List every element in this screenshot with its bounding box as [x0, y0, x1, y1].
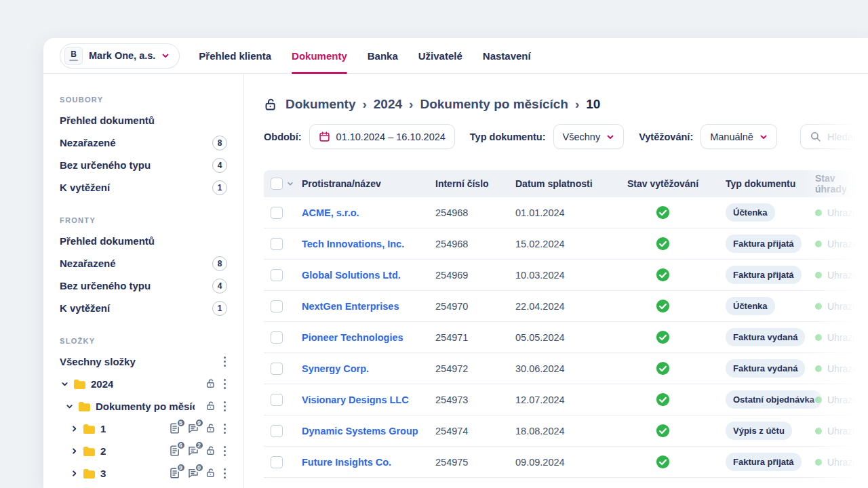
breadcrumb-item[interactable]: Dokumenty	[285, 97, 355, 112]
breadcrumb-item[interactable]: 2024	[374, 97, 402, 112]
sidebar-item[interactable]: K vytěžení 1	[60, 297, 227, 319]
nav-tab-dokumenty[interactable]: Dokumenty	[292, 38, 347, 73]
select-all-checkbox[interactable]	[271, 178, 283, 190]
comment-count-icon[interactable]: 2	[187, 445, 199, 457]
sidebar-item[interactable]: Přehled dokumentů	[60, 109, 227, 131]
extraction-value: Manuálně	[710, 131, 753, 142]
internal-number: 254970	[435, 301, 515, 312]
app-window: B Mark One, a.s. Přehled klienta Dokumen…	[43, 38, 868, 488]
sidebar-item[interactable]: K vytěžení 1	[60, 176, 227, 199]
row-checkbox[interactable]	[271, 331, 283, 344]
table-row[interactable]: Visionary Designs LLC 254973 12.07.2024 …	[264, 384, 867, 415]
folder-row-1[interactable]: 1 5 9	[60, 418, 227, 440]
sidebar-item-label: Přehled dokumentů	[60, 115, 155, 126]
column-header-payment-status[interactable]: Stav úhrady	[815, 173, 867, 195]
kebab-menu-icon[interactable]	[222, 467, 227, 480]
folder-row-3[interactable]: 3 9 0	[60, 462, 227, 485]
document-link[interactable]: Visionary Designs LLC	[302, 394, 409, 405]
payment-status-text: Uhrazeno	[827, 270, 868, 281]
column-header-name[interactable]: Protistrana/název	[302, 178, 435, 189]
kebab-menu-icon[interactable]	[222, 378, 227, 390]
payment-status-dot	[815, 272, 822, 279]
folder-row-2024[interactable]: 2024	[60, 373, 227, 395]
kebab-menu-icon[interactable]	[222, 445, 227, 458]
chevron-right-icon[interactable]	[71, 447, 78, 455]
all-folders-label: Všechny složky	[60, 356, 136, 367]
row-checkbox[interactable]	[271, 363, 283, 375]
period-label: Období:	[264, 131, 302, 142]
table-row[interactable]: ACME, s.r.o. 254968 01.01.2024 Účtenka	[264, 197, 867, 228]
document-link[interactable]: Global Solutions Ltd.	[302, 270, 401, 281]
unlock-icon[interactable]	[205, 378, 216, 389]
chevron-down-icon[interactable]	[66, 403, 73, 410]
all-folders-item[interactable]: Všechny složky	[60, 350, 227, 373]
date-range-picker[interactable]: 01.10.2024 – 16.10.2024	[309, 124, 455, 149]
document-link[interactable]: Dynamic Systems Group	[302, 426, 418, 436]
nav-tab-banka[interactable]: Banka	[368, 38, 398, 73]
nav-tab-uzivatele[interactable]: Uživatelé	[418, 38, 462, 73]
document-link[interactable]: Pioneer Technologies	[302, 332, 403, 343]
table-row[interactable]: NextGen Enterprises 254970 22.04.2024 Úč…	[264, 291, 867, 322]
column-header-extraction-status[interactable]: Stav vytěžování	[627, 178, 726, 189]
sidebar-item[interactable]: Bez určeného typu 4	[60, 154, 227, 176]
table-row[interactable]: Future Insights Co. 254975 09.09.2024 Fa…	[264, 447, 867, 478]
table-row[interactable]: Global Solutions Ltd. 254969 10.03.2024 …	[264, 260, 867, 291]
chevron-down-icon[interactable]	[287, 180, 294, 187]
unlock-icon[interactable]	[205, 468, 216, 479]
comment-count-badge: 2	[195, 441, 204, 450]
breadcrumb-item[interactable]: Dokumenty po měsících	[420, 97, 568, 112]
chevron-down-icon[interactable]	[61, 380, 68, 388]
sidebar-item[interactable]: Bez určeného typu 4	[60, 274, 227, 297]
document-link[interactable]: Tech Innovations, Inc.	[302, 239, 404, 249]
breadcrumb-current: 10	[586, 97, 600, 112]
doc-type-chip: Výpis z účtu	[726, 422, 792, 440]
sidebar-item[interactable]: Nezařazené 8	[60, 131, 227, 154]
row-checkbox[interactable]	[271, 394, 283, 406]
row-checkbox[interactable]	[271, 207, 283, 219]
document-count-icon[interactable]: 5	[169, 422, 181, 434]
nav-tab-nastaveni[interactable]: Nastavení	[483, 38, 531, 73]
document-link[interactable]: NextGen Enterprises	[302, 301, 399, 312]
kebab-menu-icon[interactable]	[222, 400, 227, 413]
folder-row-2[interactable]: 2 6 2	[60, 440, 227, 462]
document-count-icon[interactable]: 6	[169, 445, 181, 457]
table-row[interactable]: Pioneer Technologies 254971 05.05.2024 F…	[264, 322, 867, 353]
row-checkbox[interactable]	[271, 456, 283, 468]
table-row[interactable]: Synergy Corp. 254972 30.06.2024 Faktura …	[264, 353, 867, 384]
column-header-internal-number[interactable]: Interní číslo	[435, 178, 515, 189]
chevron-down-icon	[760, 133, 768, 141]
document-count-icon[interactable]: 9	[169, 467, 181, 479]
row-checkbox[interactable]	[271, 238, 283, 250]
extraction-dropdown[interactable]: Manuálně	[701, 124, 777, 149]
unlock-icon[interactable]	[205, 445, 216, 456]
chevron-right-icon[interactable]	[71, 425, 78, 432]
search-input[interactable]	[827, 131, 868, 142]
table-row[interactable]: Tech Innovations, Inc. 254968 15.02.2024…	[264, 228, 867, 260]
doc-type-dropdown[interactable]: Všechny	[553, 124, 625, 149]
column-header-doc-type[interactable]: Typ dokumentu	[726, 178, 815, 189]
search-box[interactable]	[800, 124, 868, 149]
row-checkbox[interactable]	[271, 425, 283, 437]
comment-count-icon[interactable]: 0	[187, 467, 199, 479]
row-checkbox[interactable]	[271, 269, 283, 281]
table-row[interactable]: Dynamic Systems Group 254974 18.08.2024 …	[264, 415, 867, 447]
chevron-right-icon[interactable]	[71, 470, 78, 477]
company-selector[interactable]: B Mark One, a.s.	[60, 43, 180, 68]
unlock-icon[interactable]	[205, 423, 216, 434]
row-checkbox[interactable]	[271, 300, 283, 312]
sidebar-item[interactable]: Přehled dokumentů	[60, 230, 227, 252]
unlock-icon[interactable]	[205, 401, 216, 411]
kebab-menu-icon[interactable]	[222, 422, 227, 435]
comment-count-icon[interactable]: 9	[187, 422, 199, 434]
sidebar-item[interactable]: Nezařazené 8	[60, 252, 227, 274]
document-link[interactable]: Future Insights Co.	[302, 457, 391, 468]
document-link[interactable]: Synergy Corp.	[302, 363, 369, 374]
extraction-done-icon	[656, 330, 670, 344]
column-header-due-date[interactable]: Datum splatnosti	[515, 178, 627, 189]
folder-row-dokumenty-po-mesicich[interactable]: Dokumenty po měsících	[60, 395, 227, 418]
kebab-menu-icon[interactable]	[222, 355, 227, 368]
nav-tab-prehled-klienta[interactable]: Přehled klienta	[199, 38, 271, 73]
internal-number: 254968	[435, 239, 515, 249]
due-date: 05.05.2024	[515, 332, 627, 343]
document-link[interactable]: ACME, s.r.o.	[302, 207, 359, 218]
